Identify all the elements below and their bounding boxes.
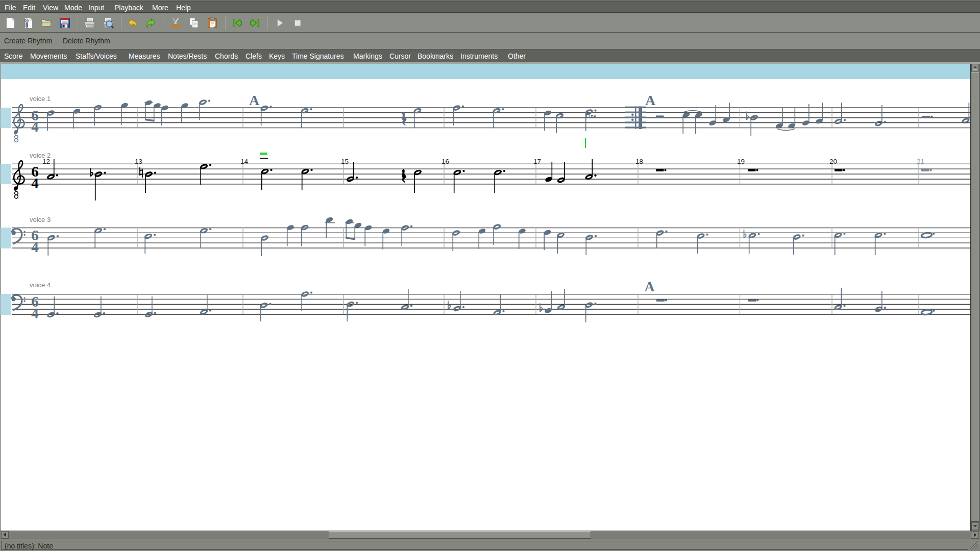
svg-text:4: 4 [31,305,39,321]
svg-text:Fine: Fine [585,113,596,120]
svg-text:4: 4 [31,175,39,191]
svg-text:21: 21 [917,158,924,165]
svg-text:voice 1: voice 1 [30,95,51,103]
svg-text:A: A [249,92,260,108]
svg-text:17: 17 [533,158,541,165]
svg-text:14: 14 [240,158,249,165]
svg-text:18: 18 [635,158,643,165]
svg-text:19: 19 [737,158,745,165]
svg-text:voice 2: voice 2 [30,152,51,159]
svg-text:20: 20 [829,158,837,165]
svg-text:A: A [645,92,656,108]
svg-text:15: 15 [341,158,349,165]
svg-text:4: 4 [31,118,39,135]
svg-text:voice 3: voice 3 [30,216,51,223]
svg-text:16: 16 [442,158,449,165]
svg-text:voice 4: voice 4 [30,281,51,289]
svg-text:A: A [644,279,655,294]
svg-text:4: 4 [31,239,39,255]
svg-text:13: 13 [135,158,142,165]
